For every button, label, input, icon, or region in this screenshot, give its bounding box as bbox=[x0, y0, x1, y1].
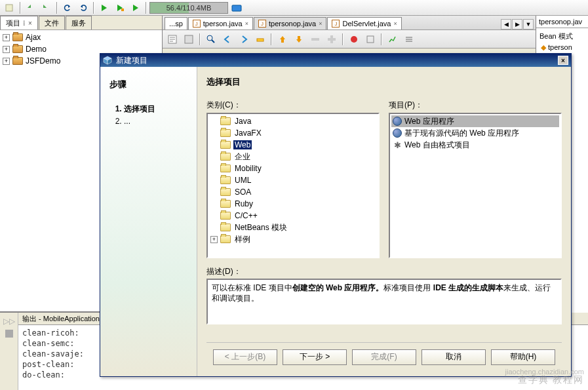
dialog-main: 选择项目 类别(C)： Java JavaFX Web 企业 Mobility … bbox=[197, 67, 571, 376]
toolbar-icon[interactable] bbox=[363, 32, 378, 47]
editor-tab[interactable]: JDelServlet.java× bbox=[327, 17, 401, 29]
categories-list[interactable]: Java JavaFX Web 企业 Mobility UML SOA Ruby… bbox=[206, 113, 380, 258]
expand-icon[interactable]: + bbox=[210, 236, 218, 243]
category-item[interactable]: Ruby bbox=[209, 198, 377, 210]
dialog-buttons: < 上一步(B) 下一步 > 完成(F) 取消 帮助(H) bbox=[206, 342, 562, 371]
project-template-item[interactable]: 基于现有源代码的 Web 应用程序 bbox=[391, 127, 559, 139]
project-icon bbox=[12, 45, 23, 53]
finish-button[interactable]: 完成(F) bbox=[352, 349, 416, 365]
toolbar-undo-icon[interactable] bbox=[60, 1, 75, 14]
close-icon[interactable]: × bbox=[393, 20, 397, 27]
toolbar-icon[interactable] bbox=[128, 1, 143, 14]
category-item[interactable]: 企业 bbox=[209, 151, 377, 163]
editor-tab[interactable]: Jtperson.java× bbox=[188, 17, 253, 29]
category-item[interactable]: SOA bbox=[209, 186, 377, 198]
svg-rect-2 bbox=[232, 5, 241, 11]
collapse-icon[interactable] bbox=[308, 32, 323, 47]
shift-down-icon[interactable] bbox=[292, 32, 306, 47]
project-label: JSFDemo bbox=[26, 56, 60, 66]
tab-files[interactable]: 文件 bbox=[39, 16, 65, 29]
toolbar-icon[interactable] bbox=[39, 1, 54, 14]
debug-icon[interactable] bbox=[113, 1, 127, 14]
source-view-icon[interactable] bbox=[165, 32, 180, 47]
editor-tab[interactable]: ...sp bbox=[165, 17, 187, 29]
tab-label: 服务 bbox=[71, 18, 86, 28]
close-icon[interactable]: × bbox=[558, 56, 568, 65]
expand-icon[interactable] bbox=[324, 32, 339, 47]
back-button[interactable]: < 上一步(B) bbox=[213, 349, 277, 365]
panel-min-icon[interactable]: ⁞ bbox=[23, 19, 26, 28]
dialog-titlebar[interactable]: 新建项目 × bbox=[100, 54, 571, 67]
nav-item[interactable]: ◆ tperson bbox=[538, 43, 586, 52]
category-item[interactable]: UML bbox=[209, 174, 377, 186]
history-icon[interactable] bbox=[182, 32, 196, 47]
bean-mode-label: Bean 模式 bbox=[538, 30, 586, 43]
tab-projects[interactable]: 项目 ⁞ × bbox=[0, 16, 38, 29]
category-item[interactable]: C/C++ bbox=[209, 210, 377, 222]
nav-back-icon[interactable] bbox=[220, 32, 235, 47]
expand-icon[interactable]: + bbox=[3, 58, 10, 65]
toolbar-icon[interactable] bbox=[229, 1, 244, 14]
nav-fwd-icon[interactable] bbox=[237, 32, 251, 47]
bookmark-icon[interactable] bbox=[253, 32, 267, 47]
projects-list[interactable]: Web 应用程序 基于现有源代码的 Web 应用程序 ✱Web 自由格式项目 bbox=[389, 113, 562, 258]
project-icon bbox=[12, 57, 23, 65]
run-output-icon[interactable]: ▷▷ bbox=[3, 317, 15, 326]
memory-text: 56.4/110.4MB bbox=[167, 4, 212, 12]
folder-icon bbox=[220, 153, 231, 161]
profile-icon[interactable] bbox=[385, 32, 400, 47]
folder-icon bbox=[220, 200, 231, 208]
svg-point-10 bbox=[351, 36, 357, 43]
project-template-item[interactable]: Web 应用程序 bbox=[391, 115, 559, 127]
stop-output-icon[interactable] bbox=[5, 330, 13, 338]
category-item[interactable]: JavaFX bbox=[209, 127, 377, 139]
help-button[interactable]: 帮助(H) bbox=[491, 349, 555, 365]
project-template-item[interactable]: ✱Web 自由格式项目 bbox=[391, 139, 559, 151]
tab-next-icon[interactable]: ▶ bbox=[512, 19, 522, 29]
folder-icon bbox=[220, 224, 231, 231]
right-tab[interactable]: tpersonop.jav bbox=[536, 16, 588, 28]
cancel-button[interactable]: 取消 bbox=[421, 349, 486, 365]
expand-icon[interactable]: + bbox=[3, 46, 10, 53]
tab-label: tpersonop.java bbox=[269, 20, 316, 28]
run-icon[interactable] bbox=[97, 1, 111, 14]
close-icon[interactable]: × bbox=[245, 20, 248, 27]
toolbar-icon[interactable] bbox=[24, 1, 38, 14]
memory-indicator[interactable]: 56.4/110.4MB bbox=[149, 2, 228, 14]
shift-up-icon[interactable] bbox=[275, 32, 290, 47]
category-item[interactable]: Web bbox=[209, 139, 377, 151]
category-item[interactable]: Mobility bbox=[209, 163, 377, 174]
description-box: 可以在标准 IDE 项目中创建空的 Web 应用程序。标准项目使用 IDE 生成… bbox=[206, 279, 562, 324]
svg-rect-4 bbox=[185, 35, 193, 43]
category-item[interactable]: NetBeans 模块 bbox=[209, 222, 377, 233]
svg-rect-7 bbox=[311, 38, 319, 41]
svg-rect-1 bbox=[121, 9, 124, 11]
step-item: ... bbox=[124, 117, 187, 126]
toolbar-redo-icon[interactable] bbox=[76, 1, 90, 14]
freeform-icon: ✱ bbox=[393, 140, 402, 149]
globe-icon bbox=[393, 128, 402, 138]
editor-tab[interactable]: Jtpersonop.java× bbox=[254, 17, 326, 29]
next-button[interactable]: 下一步 > bbox=[283, 349, 347, 365]
project-node[interactable]: + Ajax bbox=[1, 31, 161, 43]
close-icon[interactable]: × bbox=[319, 20, 322, 27]
tab-label: DelServlet.java bbox=[342, 20, 391, 28]
lines-icon[interactable] bbox=[402, 32, 416, 47]
tab-list-icon[interactable]: ▼ bbox=[523, 19, 534, 29]
tab-prev-icon[interactable]: ◀ bbox=[501, 19, 511, 29]
zoom-in-icon[interactable] bbox=[204, 32, 218, 47]
editor-tabs: ...sp Jtperson.java× Jtpersonop.java× JD… bbox=[163, 16, 536, 30]
svg-rect-9 bbox=[328, 38, 336, 41]
stop-record-icon[interactable] bbox=[347, 32, 361, 47]
folder-icon bbox=[220, 141, 231, 149]
globe-icon bbox=[393, 117, 402, 126]
java-icon: J bbox=[332, 20, 340, 28]
toolbar-icon[interactable] bbox=[3, 1, 17, 14]
category-item[interactable]: Java bbox=[209, 115, 377, 127]
editor-toolbar bbox=[163, 30, 536, 49]
expand-icon[interactable]: + bbox=[3, 34, 10, 41]
tab-label: 项目 bbox=[6, 18, 20, 28]
close-icon[interactable]: × bbox=[28, 20, 32, 27]
category-item[interactable]: +样例 bbox=[209, 233, 377, 245]
tab-services[interactable]: 服务 bbox=[66, 16, 92, 29]
